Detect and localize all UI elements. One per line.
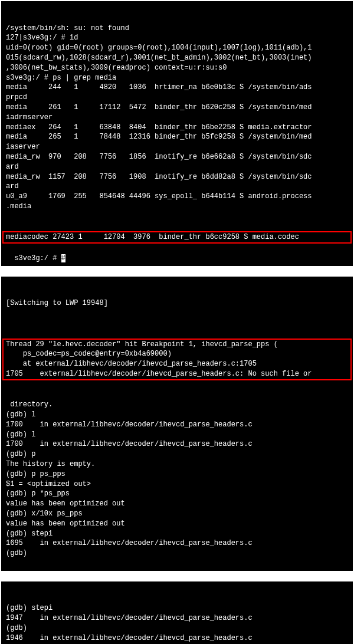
- terminal-line: 1947 in external/libhevc/decoder/ihevcd_…: [6, 613, 348, 623]
- terminal-line: ,3006(net_bw_stats),3009(readproc) conte…: [6, 63, 348, 73]
- terminal-line: 1700 in external/libhevc/decoder/ihevcd_…: [6, 439, 348, 449]
- terminal-line: 1700 in external/libhevc/decoder/ihevcd_…: [6, 420, 348, 430]
- terminal-line: (gdb) p *ps_pps: [6, 489, 348, 499]
- terminal-line: (gdb) p ps_pps: [6, 469, 348, 479]
- terminal-line: (gdb) l: [6, 410, 348, 420]
- terminal-line: 015(sdcard_rw),1028(sdcard_r),3001(net_b…: [6, 53, 348, 63]
- terminal-line: The history is empty.: [6, 459, 348, 469]
- terminal-line: uid=0(root) gid=0(root) groups=0(root),1…: [6, 43, 348, 53]
- terminal-line: prpcd: [6, 93, 348, 103]
- terminal-line: directory.: [6, 400, 348, 410]
- terminal-line: $1 = <optimized out>: [6, 479, 348, 489]
- terminal-line: (gdb): [6, 623, 348, 633]
- terminal-ps-output: /system/bin/sh: su: not found127|s3ve3g:…: [1, 1, 353, 266]
- terminal-line: 127|s3ve3g:/ # id: [6, 33, 348, 43]
- terminal-line: (gdb): [6, 548, 348, 558]
- terminal-line: (gdb) stepi: [6, 529, 348, 539]
- highlighted-mediacodec-line: mediacodec 27423 1 12704 3976 binder_thr…: [2, 231, 352, 244]
- terminal-line: media_rw 970 208 7756 1856 inotify_re b6…: [6, 152, 348, 162]
- terminal-line: iadrmserver: [6, 113, 348, 123]
- terminal-line: ard: [6, 162, 348, 172]
- terminal-line: media 244 1 4820 1036 hrtimer_na b6e0b13…: [6, 83, 348, 93]
- terminal-line: (gdb) stepi: [6, 603, 348, 613]
- terminal-gdb-breakpoint: [Switching to LWP 19948] Thread 29 "le.h…: [1, 277, 353, 571]
- terminal-line: s3ve3g:/ # ps | grep media: [6, 73, 348, 83]
- terminal-line: .media: [6, 202, 348, 212]
- terminal-line: (gdb) x/10x ps_pps: [6, 509, 348, 519]
- terminal-line: mediaex 264 1 63848 8404 binder_thr b6be…: [6, 123, 348, 133]
- terminal-line: iaserver: [6, 142, 348, 152]
- terminal-line: media 265 1 78448 12316 binder_thr b5fc9…: [6, 132, 348, 142]
- terminal-line: [6, 308, 348, 318]
- terminal-line: ard: [6, 182, 348, 192]
- terminal-gdb-segfault: (gdb) stepi1947 in external/libhevc/deco…: [1, 581, 353, 644]
- cursor-block: #: [61, 254, 65, 262]
- terminal-line: 1946 in external/libhevc/decoder/ihevcd_…: [6, 633, 348, 643]
- terminal-line: media_rw 1157 208 7756 1908 inotify_re b…: [6, 172, 348, 182]
- terminal-line: 1695 in external/libhevc/decoder/ihevcd_…: [6, 538, 348, 548]
- terminal-line: media 261 1 17112 5472 binder_thr b620c2…: [6, 103, 348, 113]
- terminal-line: /system/bin/sh: su: not found: [6, 24, 348, 34]
- highlighted-breakpoint-block: Thread 29 "le.hevc.decoder" hit Breakpoi…: [2, 339, 352, 380]
- terminal-line: value has been optimized out: [6, 499, 348, 509]
- terminal-line: (gdb) p: [6, 449, 348, 459]
- terminal-prompt: s3ve3g:/ #: [14, 254, 61, 262]
- terminal-line: u0_a9 1769 255 854648 44496 sys_epoll_ b…: [6, 192, 348, 202]
- terminal-line: value has been optimized out: [6, 519, 348, 529]
- terminal-line: [Switching to LWP 19948]: [6, 298, 348, 308]
- terminal-line: (gdb) l: [6, 430, 348, 440]
